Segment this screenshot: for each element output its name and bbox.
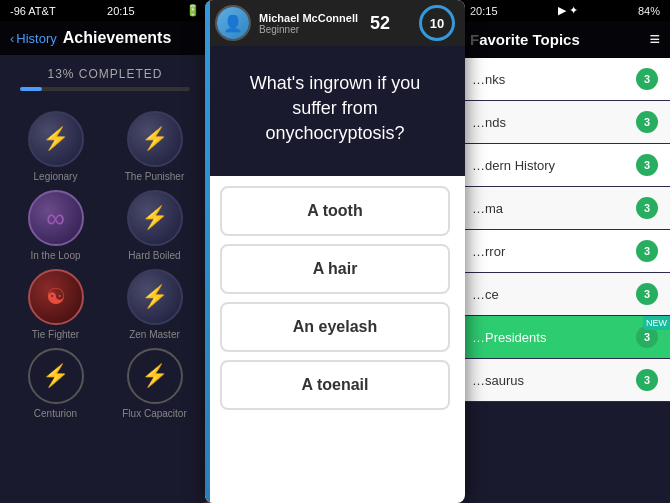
topic-name-4: …rror (472, 244, 505, 259)
back-button[interactable]: ‹ History (10, 31, 57, 46)
topic-name-0: …nks (472, 72, 505, 87)
achievement-flux: ⚡ Flux Capacitor (109, 348, 200, 419)
user-details: Michael McConnell Beginner (259, 12, 358, 35)
achievement-legionary: ⚡ Legionary (10, 111, 101, 182)
question-text: What's ingrown if you suffer from onycho… (225, 71, 445, 147)
lightning-icon: ⚡ (141, 126, 168, 152)
right-time: 20:15 (470, 5, 498, 17)
topic-item-2[interactable]: …dern History 3 (460, 144, 670, 187)
topic-name-3: …ma (472, 201, 503, 216)
topic-count-5: 3 (636, 283, 658, 305)
answer-toenail[interactable]: A toenail (220, 360, 450, 410)
user-info: 👤 Michael McConnell Beginner 52 (215, 5, 390, 41)
progress-section: 13% COMPLETED (0, 55, 210, 99)
topics-nav: Favorite Topics ≡ (460, 21, 670, 58)
topics-title-text: avorite Topics (479, 31, 580, 48)
achievements-grid: ⚡ Legionary ⚡ The Punisher ∞ In the Loop… (0, 99, 210, 431)
answer-eyelash[interactable]: An eyelash (220, 302, 450, 352)
legionary-badge: ⚡ (28, 111, 84, 167)
loop-label: In the Loop (30, 250, 80, 261)
hamburger-icon[interactable]: ≡ (649, 29, 660, 50)
topic-name-6: …Presidents (472, 330, 546, 345)
topic-count-4: 3 (636, 240, 658, 262)
achievements-panel: -96 AT&T 20:15 🔋 ‹ History Achievements … (0, 0, 210, 503)
centurion-label: Centurion (34, 408, 77, 419)
zenmaster-label: Zen Master (129, 329, 180, 340)
achievement-tiefighter: ☯ Tie Fighter (10, 269, 101, 340)
topic-name-2: …dern History (472, 158, 555, 173)
score-badge: 10 (419, 5, 455, 41)
topic-name-5: …ce (472, 287, 499, 302)
lightning-icon: ⚡ (141, 284, 168, 310)
chevron-left-icon: ‹ (10, 31, 14, 46)
zenmaster-badge: ⚡ (127, 269, 183, 325)
wifi-icon: ▶ ✦ (558, 4, 578, 17)
topic-count-7: 3 (636, 369, 658, 391)
avatar-icon: 👤 (223, 14, 243, 33)
left-status-bar: -96 AT&T 20:15 🔋 (0, 0, 210, 21)
signal-text: -96 AT&T (10, 5, 56, 17)
answer-tooth[interactable]: A tooth (220, 186, 450, 236)
achievement-zenmaster: ⚡ Zen Master (109, 269, 200, 340)
flux-badge: ⚡ (127, 348, 183, 404)
infinity-icon: ∞ (46, 203, 65, 234)
topic-item-4[interactable]: …rror 3 (460, 230, 670, 273)
topic-item-3[interactable]: …ma 3 (460, 187, 670, 230)
achievements-title: Achievements (63, 29, 172, 47)
topic-item-0[interactable]: …nks 3 (460, 58, 670, 101)
centurion-badge: ⚡ (28, 348, 84, 404)
question-area: What's ingrown if you suffer from onycho… (205, 46, 465, 176)
flux-label: Flux Capacitor (122, 408, 186, 419)
topic-count-3: 3 (636, 197, 658, 219)
new-badge: NEW (643, 316, 670, 330)
answer-hair[interactable]: A hair (220, 244, 450, 294)
tiefighter-label: Tie Fighter (32, 329, 79, 340)
user-score: 52 (370, 13, 390, 34)
yin-yang-icon: ☯ (46, 284, 66, 310)
progress-text: 13% COMPLETED (10, 67, 200, 81)
lightning-icon: ⚡ (42, 126, 69, 152)
battery-text: 84% (638, 5, 660, 17)
topic-count-0: 3 (636, 68, 658, 90)
punisher-badge: ⚡ (127, 111, 183, 167)
avatar: 👤 (215, 5, 251, 41)
topic-item-7[interactable]: …saurus 3 (460, 359, 670, 402)
tiefighter-badge: ☯ (28, 269, 84, 325)
lightning-icon: ⚡ (141, 205, 168, 231)
answers-list: A tooth A hair An eyelash A toenail (205, 176, 465, 420)
user-level: Beginner (259, 24, 358, 35)
topic-name-1: …nds (472, 115, 506, 130)
quiz-progress-bar (205, 0, 210, 503)
achievement-centurion: ⚡ Centurion (10, 348, 101, 419)
quiz-panel: 👤 Michael McConnell Beginner 52 10 What'… (205, 0, 465, 503)
topic-count-2: 3 (636, 154, 658, 176)
achievement-hardboiled: ⚡ Hard Boiled (109, 190, 200, 261)
user-name: Michael McConnell (259, 12, 358, 24)
progress-fill (20, 87, 42, 91)
topic-item-6[interactable]: …Presidents 3 NEW (460, 316, 670, 359)
legionary-label: Legionary (34, 171, 78, 182)
time-text: 20:15 (107, 5, 135, 17)
back-label: History (16, 31, 56, 46)
topic-item-1[interactable]: …nds 3 (460, 101, 670, 144)
hardboiled-badge: ⚡ (127, 190, 183, 246)
quiz-header: 👤 Michael McConnell Beginner 52 10 (205, 0, 465, 46)
loop-badge: ∞ (28, 190, 84, 246)
topic-list: …nks 3 …nds 3 …dern History 3 …ma 3 …rro… (460, 58, 670, 402)
topic-name-7: …saurus (472, 373, 524, 388)
achievement-punisher: ⚡ The Punisher (109, 111, 200, 182)
progress-track (20, 87, 190, 91)
achievement-loop: ∞ In the Loop (10, 190, 101, 261)
topics-title: Favorite Topics (470, 31, 580, 48)
lightning-outline-icon: ⚡ (141, 363, 168, 389)
topic-count-1: 3 (636, 111, 658, 133)
right-status-bar: 20:15 ▶ ✦ 84% (460, 0, 670, 21)
lightning-outline-icon: ⚡ (42, 363, 69, 389)
battery-icon: 🔋 (186, 4, 200, 17)
achievements-nav: ‹ History Achievements (0, 21, 210, 55)
topics-panel: 20:15 ▶ ✦ 84% Favorite Topics ≡ …nks 3 …… (460, 0, 670, 503)
topic-item-5[interactable]: …ce 3 (460, 273, 670, 316)
hardboiled-label: Hard Boiled (128, 250, 180, 261)
punisher-label: The Punisher (125, 171, 184, 182)
